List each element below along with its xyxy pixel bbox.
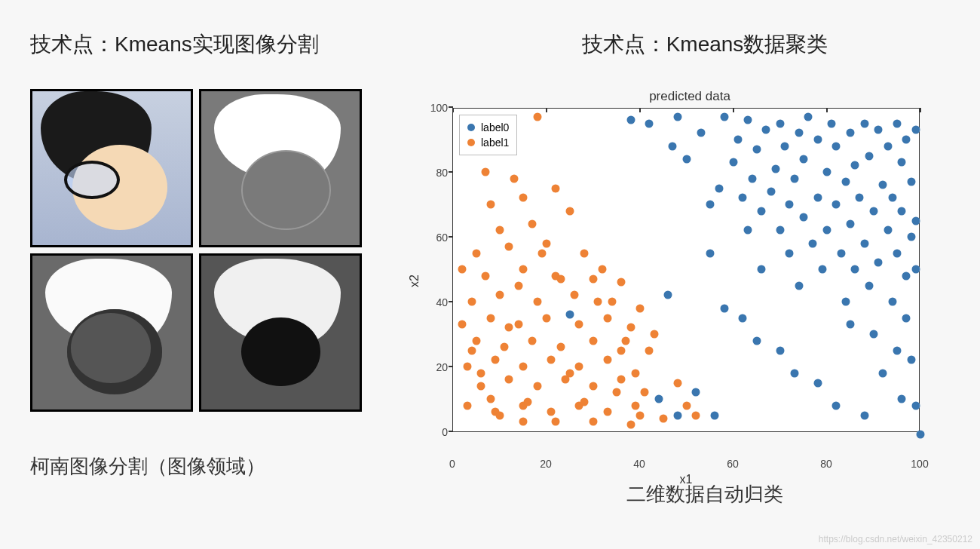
legend-entry-1: label1 xyxy=(467,135,509,150)
data-point xyxy=(533,298,541,306)
data-point xyxy=(514,321,522,329)
data-point xyxy=(917,431,925,439)
data-point xyxy=(767,187,775,195)
data-point xyxy=(556,343,565,351)
chart-title: predicted data xyxy=(437,89,942,104)
plot-box: label0 label1 xyxy=(452,108,920,432)
image-grid xyxy=(30,89,362,412)
y-axis-label: x2 xyxy=(407,108,422,455)
data-point xyxy=(467,298,476,306)
data-point xyxy=(800,155,808,163)
data-point xyxy=(730,158,738,167)
legend-dot-icon xyxy=(467,139,475,146)
data-point xyxy=(463,401,471,409)
data-point xyxy=(776,346,785,354)
data-point xyxy=(706,249,715,257)
data-point xyxy=(528,336,537,345)
data-point xyxy=(893,119,902,127)
right-title: 技术点：Kmeans数据聚类 xyxy=(452,30,957,59)
data-point xyxy=(874,126,883,134)
data-point xyxy=(590,274,598,283)
data-point xyxy=(795,281,803,290)
data-point xyxy=(533,112,541,121)
data-point xyxy=(519,265,528,274)
data-point xyxy=(870,330,878,339)
data-point xyxy=(631,401,639,409)
data-point xyxy=(537,249,546,257)
legend-dot-icon xyxy=(467,124,475,131)
data-point xyxy=(510,174,518,182)
data-point xyxy=(832,142,841,150)
data-point xyxy=(841,298,850,306)
data-point xyxy=(599,265,607,274)
data-point xyxy=(486,201,495,209)
data-point xyxy=(575,363,583,371)
data-point xyxy=(823,226,831,235)
data-point xyxy=(786,249,794,257)
data-point xyxy=(482,271,490,280)
data-point xyxy=(496,411,504,419)
data-point xyxy=(902,136,911,144)
data-point xyxy=(711,411,719,419)
data-point xyxy=(865,281,873,290)
y-tick-label: 80 xyxy=(436,167,448,179)
data-point xyxy=(673,379,681,387)
data-point xyxy=(828,119,836,127)
data-point xyxy=(617,346,626,354)
legend: label0 label1 xyxy=(459,115,517,155)
x-tick-label: 80 xyxy=(820,458,832,470)
data-point xyxy=(758,207,766,215)
data-point xyxy=(519,418,528,426)
data-point xyxy=(847,321,855,329)
image-segmented-2 xyxy=(199,89,362,247)
data-point xyxy=(753,145,761,153)
data-point xyxy=(911,265,920,274)
data-point xyxy=(739,194,747,202)
data-point xyxy=(697,129,705,137)
x-ticks: 020406080100 xyxy=(452,455,920,471)
x-tick-label: 100 xyxy=(911,458,928,470)
data-point xyxy=(879,181,887,189)
data-point xyxy=(720,112,728,121)
data-point xyxy=(893,346,902,354)
data-point xyxy=(519,194,528,202)
data-point xyxy=(888,298,896,306)
data-point xyxy=(715,184,724,192)
data-point xyxy=(898,207,906,215)
data-point xyxy=(580,398,588,406)
data-point xyxy=(552,184,560,192)
data-point xyxy=(790,174,798,182)
data-point xyxy=(870,207,878,215)
data-point xyxy=(813,194,822,202)
image-segmented-3 xyxy=(30,253,193,412)
data-point xyxy=(473,336,481,345)
data-point xyxy=(743,226,752,235)
data-point xyxy=(841,177,850,186)
data-point xyxy=(626,421,635,429)
data-point xyxy=(622,336,630,345)
y-tick-label: 40 xyxy=(436,296,448,308)
data-point xyxy=(613,388,621,397)
data-point xyxy=(851,265,859,274)
data-point xyxy=(753,336,761,345)
data-point xyxy=(631,369,639,377)
data-point xyxy=(505,242,513,250)
image-segmented-4 xyxy=(199,253,362,412)
data-point xyxy=(645,119,654,127)
data-point xyxy=(571,291,579,299)
data-point xyxy=(706,201,715,209)
data-point xyxy=(795,129,803,137)
data-point xyxy=(626,116,635,124)
data-point xyxy=(837,249,845,257)
left-title: 技术点：Kmeans实现图像分割 xyxy=(30,30,369,59)
left-panel: 技术点：Kmeans实现图像分割 柯南图像分割（图像领域） xyxy=(0,0,392,549)
data-point xyxy=(590,382,598,390)
data-point xyxy=(533,382,541,390)
data-point xyxy=(813,136,822,144)
data-point xyxy=(832,401,841,409)
x-tick-label: 40 xyxy=(633,458,645,470)
data-point xyxy=(743,116,752,124)
data-point xyxy=(463,363,471,371)
data-point xyxy=(505,324,513,332)
data-point xyxy=(739,314,747,322)
